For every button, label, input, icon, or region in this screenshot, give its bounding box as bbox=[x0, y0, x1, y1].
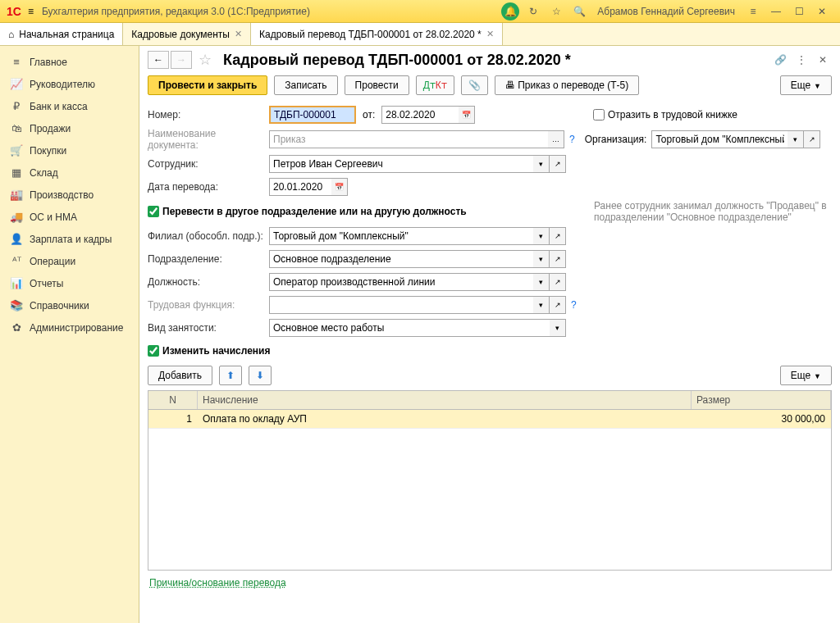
employee-input[interactable] bbox=[269, 155, 533, 173]
change-accruals-checkbox-input[interactable] bbox=[148, 345, 159, 357]
transfer-checkbox-input[interactable] bbox=[148, 206, 159, 217]
org-input[interactable] bbox=[651, 130, 788, 148]
print-order-button[interactable]: 🖶 Приказ о переводе (Т-5) bbox=[495, 75, 639, 95]
open-icon[interactable]: ↗ bbox=[550, 296, 566, 314]
kebab-icon[interactable]: ⋮ bbox=[792, 51, 810, 69]
labor-func-input[interactable] bbox=[269, 296, 533, 314]
dropdown-icon[interactable]: ▾ bbox=[788, 130, 804, 148]
tab-transfer-doc[interactable]: Кадровый перевод ТДБП-000001 от 28.02.20… bbox=[251, 23, 503, 45]
docname-input[interactable] bbox=[269, 130, 548, 148]
dropdown-icon[interactable]: ▾ bbox=[533, 227, 550, 245]
more-label: Еще bbox=[791, 80, 810, 91]
star-icon[interactable]: ☆ bbox=[547, 2, 565, 20]
calendar-icon[interactable]: 📅 bbox=[459, 106, 475, 124]
gear-icon: ✿ bbox=[8, 321, 25, 334]
sidebar-item-label: Зарплата и кадры bbox=[30, 234, 112, 245]
cart-icon: 🛒 bbox=[8, 144, 25, 157]
branch-label: Филиал (обособл. подр.): bbox=[148, 230, 269, 242]
post-button[interactable]: Провести bbox=[345, 75, 409, 95]
sidebar-item-operations[interactable]: ᴬᵀОперации bbox=[0, 250, 139, 272]
dropdown-icon[interactable]: ▾ bbox=[533, 296, 550, 314]
transfer-checkbox[interactable]: Перевести в другое подразделение или на … bbox=[148, 206, 467, 217]
reason-link[interactable]: Причина/основание перевода bbox=[149, 577, 286, 589]
help-icon[interactable]: ? bbox=[569, 134, 575, 145]
sidebar-item-admin[interactable]: ✿Администрирование bbox=[0, 316, 139, 339]
close-window-icon[interactable]: ✕ bbox=[813, 2, 831, 20]
dropdown-icon[interactable]: ▾ bbox=[533, 250, 550, 268]
dropdown-icon[interactable]: ▾ bbox=[533, 273, 550, 291]
post-and-close-button[interactable]: Провести и закрыть bbox=[148, 75, 267, 95]
sidebar-item-warehouse[interactable]: ▦Склад bbox=[0, 161, 139, 184]
emp-type-input[interactable] bbox=[269, 319, 550, 337]
attachment-button[interactable]: 📎 bbox=[461, 75, 488, 95]
dropdown-icon[interactable]: ▾ bbox=[550, 319, 566, 337]
print-order-label: Приказ о переводе (Т-5) bbox=[518, 80, 628, 91]
change-accruals-checkbox[interactable]: Изменить начисления bbox=[148, 345, 270, 357]
more-button[interactable]: Еще▼ bbox=[780, 75, 832, 95]
date-input[interactable] bbox=[381, 106, 459, 124]
open-icon[interactable]: ↗ bbox=[550, 250, 566, 268]
sidebar-item-bank[interactable]: ₽Банк и касса bbox=[0, 95, 139, 117]
sidebar-item-label: ОС и НМА bbox=[30, 211, 77, 223]
table-row[interactable]: 1 Оплата по окладу АУП 30 000,00 bbox=[148, 410, 831, 429]
open-icon[interactable]: ↗ bbox=[550, 155, 566, 173]
minimize-icon[interactable]: — bbox=[767, 2, 785, 20]
settings-icon[interactable]: ≡ bbox=[744, 2, 762, 20]
ellipsis-icon[interactable]: … bbox=[548, 130, 564, 148]
close-doc-icon[interactable]: ✕ bbox=[814, 51, 832, 69]
open-icon[interactable]: ↗ bbox=[550, 273, 566, 291]
save-button[interactable]: Записать bbox=[274, 75, 337, 95]
reflect-checkbox-input[interactable] bbox=[593, 109, 605, 121]
help-icon[interactable]: ? bbox=[571, 299, 577, 311]
move-down-button[interactable]: ⬇ bbox=[249, 366, 272, 385]
cell-accrual: Оплата по окладу АУП bbox=[198, 410, 692, 428]
open-icon[interactable]: ↗ bbox=[804, 130, 820, 148]
move-up-button[interactable]: ⬆ bbox=[219, 366, 242, 385]
maximize-icon[interactable]: ☐ bbox=[790, 2, 808, 20]
col-amount[interactable]: Размер bbox=[692, 391, 831, 409]
dtkt-button[interactable]: ДᴛКᴛ bbox=[416, 75, 454, 95]
sidebar-item-production[interactable]: 🏭Производство bbox=[0, 184, 139, 206]
table-more-button[interactable]: Еще▼ bbox=[780, 366, 832, 385]
number-input[interactable] bbox=[269, 106, 356, 124]
books-icon: 📚 bbox=[8, 299, 25, 312]
sidebar-item-sales[interactable]: 🛍Продажи bbox=[0, 117, 139, 139]
transfer-date-input[interactable] bbox=[269, 178, 331, 196]
add-row-button[interactable]: Добавить bbox=[148, 366, 212, 385]
search-icon[interactable]: 🔍 bbox=[570, 2, 588, 20]
dropdown-icon[interactable]: ▾ bbox=[533, 155, 550, 173]
sidebar-item-assets[interactable]: 🚚ОС и НМА bbox=[0, 206, 139, 228]
forward-button[interactable]: → bbox=[171, 51, 192, 69]
tab-hr-docs[interactable]: Кадровые документы ✕ bbox=[123, 23, 251, 45]
calendar-icon[interactable]: 📅 bbox=[331, 178, 348, 196]
close-icon[interactable]: ✕ bbox=[486, 29, 494, 39]
open-icon[interactable]: ↗ bbox=[550, 227, 566, 245]
sidebar-item-reports[interactable]: 📊Отчеты bbox=[0, 272, 139, 294]
from-label: от: bbox=[363, 109, 375, 121]
transfer-date-label: Дата перевода: bbox=[148, 181, 269, 193]
favorite-icon[interactable]: ☆ bbox=[199, 51, 212, 69]
bell-icon[interactable]: 🔔 bbox=[501, 2, 519, 20]
sidebar-item-main[interactable]: ≡Главное bbox=[0, 51, 139, 73]
dept-input[interactable] bbox=[269, 250, 533, 268]
position-input[interactable] bbox=[269, 273, 533, 291]
col-accrual[interactable]: Начисление bbox=[198, 391, 692, 409]
sidebar-item-catalogs[interactable]: 📚Справочники bbox=[0, 294, 139, 316]
col-n[interactable]: N bbox=[148, 391, 198, 409]
position-label: Должность: bbox=[148, 276, 269, 288]
sidebar-item-manager[interactable]: 📈Руководителю bbox=[0, 73, 139, 95]
link-icon[interactable]: 🔗 bbox=[771, 51, 789, 69]
sidebar-item-label: Продажи bbox=[30, 123, 71, 134]
branch-input[interactable] bbox=[269, 227, 533, 245]
tab-home[interactable]: ⌂ Начальная страница bbox=[0, 23, 123, 45]
close-icon[interactable]: ✕ bbox=[235, 29, 242, 39]
ruble-icon: ₽ bbox=[8, 100, 25, 112]
reflect-checkbox[interactable]: Отразить в трудовой книжке bbox=[593, 109, 737, 121]
back-button[interactable]: ← bbox=[148, 51, 169, 69]
user-label[interactable]: Абрамов Геннадий Сергеевич bbox=[597, 6, 735, 17]
sidebar-item-purchases[interactable]: 🛒Покупки bbox=[0, 139, 139, 161]
sidebar-item-hr[interactable]: 👤Зарплата и кадры bbox=[0, 228, 139, 250]
history-icon[interactable]: ↻ bbox=[524, 2, 542, 20]
menu-icon[interactable]: ≡ bbox=[28, 6, 34, 17]
dtkt-icon: ᴬᵀ bbox=[8, 255, 25, 267]
